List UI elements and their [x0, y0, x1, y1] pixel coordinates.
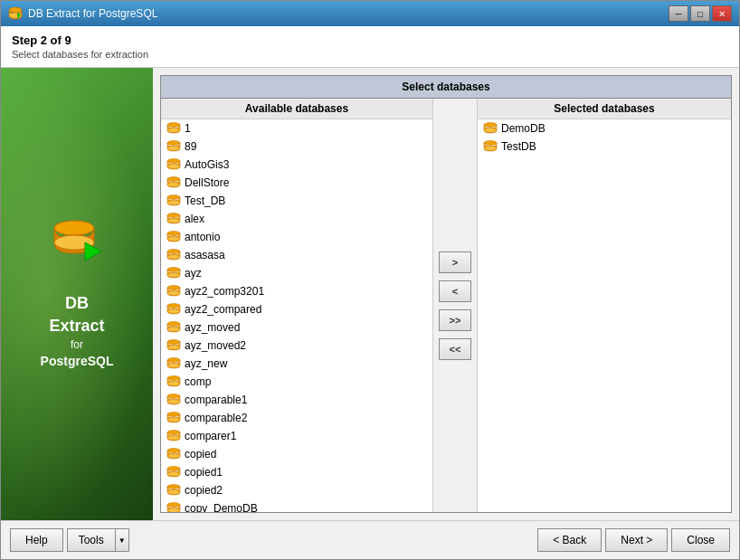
list-item[interactable]: 1	[161, 119, 432, 138]
list-item[interactable]: asasasa	[161, 246, 432, 264]
svg-point-43	[167, 449, 180, 453]
svg-point-10	[167, 147, 180, 151]
svg-point-23	[167, 268, 180, 272]
list-item[interactable]: 89	[161, 138, 432, 156]
transfer-buttons-panel: > < >> <<	[432, 99, 478, 512]
svg-point-29	[167, 322, 180, 327]
list-item[interactable]: comparer1	[161, 427, 432, 445]
list-item[interactable]: DellStore	[161, 174, 432, 192]
title-bar-left: DB Extract for PostgreSQL	[8, 6, 157, 21]
svg-point-11	[167, 159, 180, 164]
footer-left: Help Tools ▼	[10, 528, 129, 552]
tools-button[interactable]: Tools	[67, 528, 115, 552]
db-item-icon	[166, 212, 181, 226]
move-all-right-button[interactable]: >>	[439, 309, 471, 331]
svg-point-50	[167, 508, 180, 513]
selected-databases-list[interactable]: DemoDB TestDB	[478, 119, 731, 512]
db-item-icon	[166, 375, 181, 389]
svg-point-48	[167, 490, 180, 495]
list-item[interactable]: ayz2_compared	[161, 300, 432, 318]
list-item[interactable]: ayz_moved2	[161, 337, 432, 355]
svg-point-21	[167, 250, 180, 254]
db-item-icon	[166, 483, 181, 498]
list-item[interactable]: ayz	[161, 264, 432, 282]
svg-point-40	[167, 418, 180, 422]
db-item-icon	[483, 139, 498, 154]
list-item[interactable]: DemoDB	[478, 119, 731, 138]
list-item[interactable]: comp	[161, 373, 432, 391]
tools-dropdown-button[interactable]: ▼	[115, 528, 129, 552]
db-item-icon	[166, 338, 181, 353]
next-button[interactable]: Next >	[605, 528, 668, 552]
db-item-icon	[166, 447, 181, 461]
svg-point-19	[167, 232, 180, 236]
main-content: DB Extract for PostgreSQL Select databas…	[1, 68, 739, 520]
svg-point-13	[167, 177, 180, 182]
available-databases-list[interactable]: 1 89 AutoGis3 DellStore Test_DB alex ant…	[161, 119, 432, 512]
svg-point-7	[167, 123, 180, 128]
sidebar-extract: Extract	[41, 315, 114, 337]
selected-databases-header: Selected databases	[478, 99, 731, 119]
sidebar: DB Extract for PostgreSQL	[1, 68, 153, 520]
svg-point-34	[167, 364, 180, 368]
svg-point-46	[167, 472, 180, 477]
step-subtitle: Select databases for extraction	[12, 49, 728, 60]
list-item[interactable]: ayz_moved	[161, 318, 432, 337]
db-item-icon	[166, 230, 181, 244]
list-item[interactable]: comparable1	[161, 391, 432, 409]
list-item[interactable]: copied2	[161, 481, 432, 499]
window-title: DB Extract for PostgreSQL	[28, 7, 157, 20]
db-item-icon	[166, 356, 181, 371]
help-button[interactable]: Help	[10, 528, 63, 552]
db-item-icon	[166, 194, 181, 208]
svg-point-39	[167, 413, 180, 417]
list-item[interactable]: copied1	[161, 463, 432, 481]
svg-point-38	[167, 400, 180, 404]
svg-point-26	[167, 291, 180, 296]
svg-point-17	[167, 214, 180, 218]
db-item-icon	[166, 465, 181, 479]
list-item[interactable]: antonio	[161, 228, 432, 246]
db-item-icon	[166, 121, 181, 136]
move-left-button[interactable]: <	[439, 280, 471, 302]
svg-point-25	[167, 286, 180, 290]
list-item[interactable]: ayz2_comp3201	[161, 282, 432, 300]
close-window-button[interactable]: ✕	[712, 5, 732, 22]
db-item-icon	[166, 411, 181, 425]
svg-point-33	[167, 358, 180, 363]
app-icon	[8, 6, 23, 21]
list-item[interactable]: Test_DB	[161, 192, 432, 210]
svg-point-32	[167, 346, 180, 350]
svg-point-28	[167, 309, 180, 314]
svg-point-42	[167, 436, 180, 441]
available-databases-panel: Available databases 1 89 AutoGis3 DellSt…	[161, 99, 432, 512]
maximize-button[interactable]: □	[690, 5, 710, 22]
back-button[interactable]: < Back	[537, 528, 602, 552]
close-button[interactable]: Close	[671, 528, 730, 552]
available-databases-header: Available databases	[161, 99, 432, 119]
sidebar-db: DB	[41, 292, 114, 315]
svg-point-35	[167, 376, 180, 381]
svg-point-3	[54, 221, 94, 235]
list-item[interactable]: comparable2	[161, 409, 432, 427]
svg-point-41	[167, 431, 180, 435]
list-item[interactable]: copied	[161, 445, 432, 463]
list-item[interactable]: TestDB	[478, 138, 731, 156]
minimize-button[interactable]: ─	[669, 5, 688, 22]
move-right-button[interactable]: >	[439, 252, 471, 273]
db-item-icon	[166, 320, 181, 335]
svg-point-30	[167, 327, 180, 332]
svg-point-0	[9, 7, 22, 13]
list-item[interactable]: alex	[161, 210, 432, 228]
move-all-left-button[interactable]: <<	[439, 338, 471, 360]
svg-point-44	[167, 454, 180, 459]
svg-point-9	[167, 141, 180, 146]
list-item[interactable]: copy_DemoDB	[161, 499, 432, 512]
list-item[interactable]: AutoGis3	[161, 156, 432, 174]
list-item[interactable]: ayz_new	[161, 355, 432, 373]
svg-point-8	[167, 128, 180, 133]
svg-point-16	[167, 201, 180, 205]
db-logo-icon	[45, 217, 109, 280]
svg-point-36	[167, 382, 180, 386]
svg-point-49	[167, 503, 180, 508]
